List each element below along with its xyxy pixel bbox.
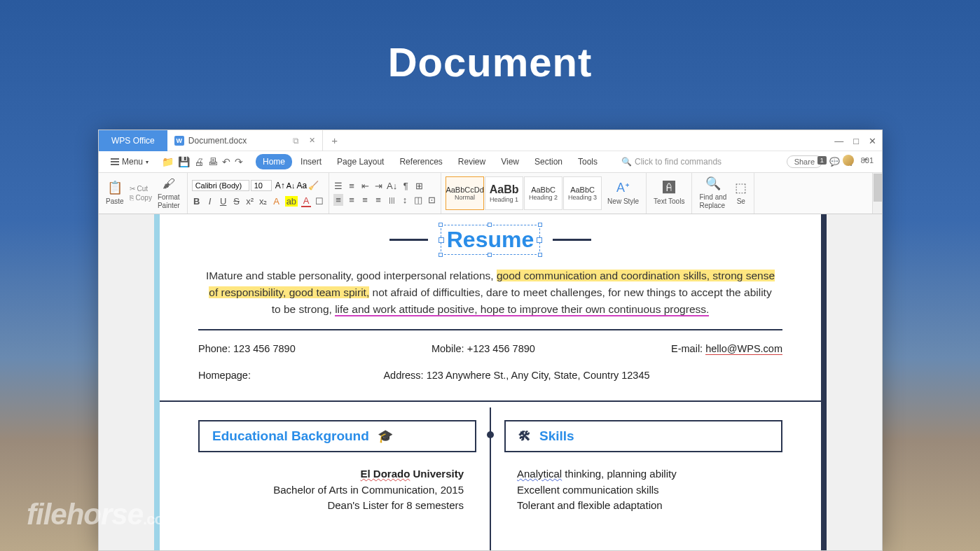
tab-tools[interactable]: Tools xyxy=(571,154,605,169)
document-tab[interactable]: W Document.docx ⧉ ✕ xyxy=(167,130,323,151)
align-center-button[interactable]: ≡ xyxy=(347,195,357,205)
line-spacing-button[interactable]: ↕ xyxy=(400,195,410,205)
minimize-icon[interactable]: — xyxy=(834,136,843,146)
paste-button[interactable]: 📋Paste xyxy=(103,181,127,206)
numbering-button[interactable]: ≡ xyxy=(347,181,357,191)
cut-button[interactable]: ✂Cut xyxy=(130,185,152,193)
text-tools-icon: 🅰 xyxy=(663,181,675,196)
align-left-button[interactable]: ≡ xyxy=(333,194,343,206)
clipboard-mini: ✂Cut ⎘Copy xyxy=(130,185,152,202)
outdent-button[interactable]: ⇤ xyxy=(360,181,370,191)
document-page[interactable]: Resume IMature and stable personality, g… xyxy=(154,214,827,550)
styles-section: AaBbCcDdNormal AaBbHeading 1 AaBbCHeadin… xyxy=(441,173,647,214)
brush-icon: 🖌 xyxy=(163,176,175,192)
document-title[interactable]: Resume xyxy=(447,227,534,252)
strike-button[interactable]: S xyxy=(232,196,242,207)
find-section: 🔍Find and Replace ⬚Se xyxy=(692,173,754,214)
title-line-right xyxy=(553,239,591,241)
tab-section[interactable]: Section xyxy=(527,154,570,169)
style-normal[interactable]: AaBbCcDdNormal xyxy=(446,176,484,210)
word-doc-icon: W xyxy=(174,136,184,146)
shrink-font-icon[interactable]: A↓ xyxy=(287,181,296,190)
open-icon[interactable]: 📁 xyxy=(162,156,174,167)
tab-detach-icon[interactable]: ⧉ xyxy=(293,136,299,146)
tab-page-layout[interactable]: Page Layout xyxy=(330,154,391,169)
tab-view[interactable]: View xyxy=(494,154,526,169)
sort-button[interactable]: A↓ xyxy=(387,181,397,191)
undo-icon[interactable]: ↶ xyxy=(222,156,230,167)
menubar: Menu ▾ 📁 💾 🖨 🖶 ↶ ↷ Home Insert Page Layo… xyxy=(99,151,882,172)
font-name-select[interactable] xyxy=(192,180,249,191)
italic-button[interactable]: I xyxy=(205,196,215,207)
ribbon-scrollbar[interactable] xyxy=(872,173,882,214)
align-right-button[interactable]: ≡ xyxy=(360,195,370,205)
command-search[interactable]: 🔍 Click to find commands xyxy=(621,157,722,167)
justify-button[interactable]: ≡ xyxy=(373,195,383,205)
text-tools-button[interactable]: 🅰Text Tools xyxy=(651,181,687,206)
quick-access-toolbar: 📁 💾 🖨 🖶 ↶ ↷ xyxy=(158,156,247,167)
select-icon: ⬚ xyxy=(735,181,747,196)
subscript-button[interactable]: x₂ xyxy=(258,196,268,207)
select-button[interactable]: ⬚Se xyxy=(732,181,750,206)
new-style-button[interactable]: AᐩNew Style xyxy=(605,181,642,206)
education-header: Educational Background 🎓 xyxy=(198,420,476,452)
redo-icon[interactable]: ↷ xyxy=(235,156,243,167)
globe-icon[interactable] xyxy=(843,155,854,166)
tab-review[interactable]: Review xyxy=(451,154,492,169)
tabs-button[interactable]: ⊡ xyxy=(427,195,436,205)
style-heading2[interactable]: AaBbCHeading 2 xyxy=(524,176,563,210)
print-preview-icon[interactable]: 🖶 xyxy=(208,156,218,167)
tab-home[interactable]: Home xyxy=(256,154,292,169)
tools-section: 🅰Text Tools xyxy=(647,173,692,214)
superscript-button[interactable]: x² xyxy=(245,196,255,207)
document-area[interactable]: Resume IMature and stable personality, g… xyxy=(99,214,882,550)
distribute-button[interactable]: ⫼ xyxy=(387,195,396,205)
new-style-icon: Aᐩ xyxy=(616,181,630,196)
skills-column[interactable]: 🛠 Skills Analytical thinking, planning a… xyxy=(504,407,782,514)
bold-button[interactable]: B xyxy=(192,196,202,207)
clear-format-icon[interactable]: 🧹 xyxy=(308,181,319,190)
shading-button[interactable]: ☐ xyxy=(315,196,324,207)
divider-dot xyxy=(487,431,494,438)
print-icon[interactable]: 🖨 xyxy=(194,156,204,167)
paragraph-mark-button[interactable]: ¶ xyxy=(401,181,410,191)
tab-references[interactable]: References xyxy=(392,154,449,169)
close-icon[interactable]: ✕ xyxy=(869,136,876,146)
contact-row-1[interactable]: Phone: 123 456 7890 Mobile: +123 456 789… xyxy=(198,340,782,357)
format-painter-button[interactable]: 🖌Format Painter xyxy=(155,176,183,210)
clipboard-section: 📋Paste ✂Cut ⎘Copy 🖌Format Painter xyxy=(99,173,188,214)
tools-icon: 🛠 xyxy=(518,429,531,444)
style-heading1[interactable]: AaBbHeading 1 xyxy=(485,176,523,210)
intro-paragraph[interactable]: IMature and stable personality, good int… xyxy=(198,267,782,318)
change-case-icon[interactable]: Aa xyxy=(296,181,307,190)
maximize-icon[interactable]: □ xyxy=(853,136,859,146)
copy-button[interactable]: ⎘Copy xyxy=(130,194,152,202)
tab-insert[interactable]: Insert xyxy=(294,154,329,169)
paragraph-section: ☰ ≡ ⇤ ⇥ A↓ ¶ ⊞ ≡ ≡ ≡ ≡ ⫼ ↕ ◫ ⊡ xyxy=(329,173,441,214)
indent-button[interactable]: ⇥ xyxy=(373,181,383,191)
credit-count: 801 xyxy=(861,156,874,165)
font-color-button[interactable]: A xyxy=(301,195,311,207)
style-heading3[interactable]: AaBbCHeading 3 xyxy=(563,176,602,210)
new-tab-button[interactable]: + xyxy=(323,134,346,146)
find-replace-button[interactable]: 🔍Find and Replace xyxy=(696,176,729,210)
title-line-left xyxy=(389,239,428,241)
education-column[interactable]: Educational Background 🎓 El Dorado Unive… xyxy=(198,407,476,514)
tab-close-icon[interactable]: ✕ xyxy=(309,136,315,145)
grow-font-icon[interactable]: A↑ xyxy=(275,181,285,190)
underlined-text: life and work attitude positive, hope to… xyxy=(335,303,709,316)
contact-row-2[interactable]: Homepage: Address: 123 Anywhere St., Any… xyxy=(198,367,782,384)
font-size-select[interactable] xyxy=(251,180,272,191)
underline-button[interactable]: U xyxy=(219,196,228,207)
shading2-button[interactable]: ◫ xyxy=(413,195,423,205)
text-effect-button[interactable]: A xyxy=(272,196,282,207)
search-placeholder: Click to find commands xyxy=(635,157,722,167)
app-tab[interactable]: WPS Office xyxy=(99,130,167,151)
borders-button[interactable]: ⊞ xyxy=(414,181,424,191)
ribbon: 📋Paste ✂Cut ⎘Copy 🖌Format Painter A↑ A↓ … xyxy=(99,172,882,214)
bullets-button[interactable]: ☰ xyxy=(333,181,343,191)
menu-button[interactable]: Menu ▾ xyxy=(104,154,155,169)
highlight-button[interactable]: ab xyxy=(285,196,298,207)
save-icon[interactable]: 💾 xyxy=(178,156,190,167)
selection-box[interactable]: Resume xyxy=(441,225,541,255)
